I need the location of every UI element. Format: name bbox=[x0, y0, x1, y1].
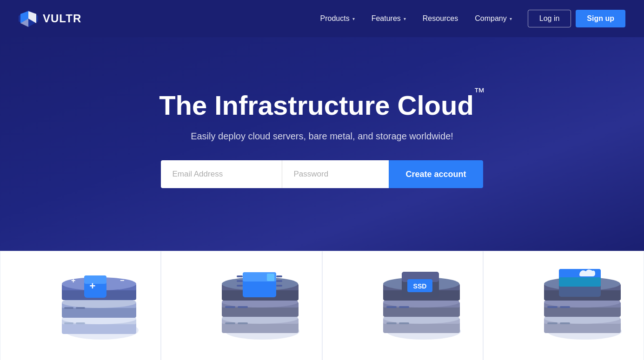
logo-text: VULTR bbox=[43, 12, 81, 25]
logo[interactable]: VULTR bbox=[19, 10, 81, 27]
cloud-compute-illustration: + − + bbox=[10, 251, 151, 353]
svg-rect-37 bbox=[276, 275, 282, 277]
nav-auth: Log in Sign up bbox=[528, 10, 625, 27]
navbar: VULTR Products ▾ Features ▾ Resources Co… bbox=[0, 0, 644, 37]
svg-text:+: + bbox=[71, 276, 75, 284]
hero-section: The Infrastructure Cloud™ Easily deploy … bbox=[0, 37, 644, 251]
hero-form: Create account bbox=[161, 160, 483, 188]
svg-rect-20 bbox=[64, 307, 73, 309]
svg-text:−: − bbox=[120, 276, 124, 284]
card-bare-metal[interactable]: Bare Metal bbox=[161, 251, 322, 360]
login-button[interactable]: Log in bbox=[528, 10, 571, 27]
svg-rect-61 bbox=[386, 306, 397, 308]
svg-rect-78 bbox=[547, 306, 558, 308]
svg-rect-44 bbox=[238, 306, 248, 308]
svg-rect-75 bbox=[559, 277, 601, 287]
password-field[interactable] bbox=[282, 160, 389, 188]
nav-links: Products ▾ Features ▾ Resources Company … bbox=[314, 11, 518, 26]
chevron-down-icon: ▾ bbox=[510, 16, 512, 21]
card-dedicated-cloud[interactable]: Dedicated Cloud bbox=[483, 251, 644, 360]
create-account-button[interactable]: Create account bbox=[389, 160, 483, 188]
vultr-logo-icon bbox=[19, 10, 38, 27]
chevron-down-icon: ▾ bbox=[352, 16, 355, 21]
svg-rect-43 bbox=[225, 306, 235, 308]
svg-text:SSD: SSD bbox=[413, 282, 426, 290]
card-cloud-compute[interactable]: + − + Cloud Compute bbox=[0, 251, 161, 360]
nav-features[interactable]: Features ▾ bbox=[365, 11, 412, 26]
svg-rect-40 bbox=[267, 274, 274, 281]
dedicated-cloud-illustration bbox=[493, 251, 634, 353]
svg-rect-60 bbox=[399, 322, 409, 324]
nav-resources[interactable]: Resources bbox=[416, 11, 465, 26]
svg-rect-42 bbox=[238, 322, 248, 324]
svg-rect-34 bbox=[237, 275, 243, 277]
signup-button[interactable]: Sign up bbox=[576, 10, 625, 27]
svg-rect-41 bbox=[225, 322, 235, 324]
svg-rect-77 bbox=[560, 322, 570, 324]
block-storage-illustration: SSD bbox=[332, 251, 473, 353]
svg-rect-36 bbox=[237, 285, 243, 287]
svg-rect-19 bbox=[76, 322, 85, 324]
cards-row: + − + Cloud Compute bbox=[0, 251, 644, 360]
email-field[interactable] bbox=[161, 160, 282, 188]
svg-rect-35 bbox=[237, 280, 243, 282]
svg-rect-39 bbox=[276, 285, 282, 287]
hero-subtitle: Easily deploy cloud servers, bare metal,… bbox=[191, 131, 453, 142]
chevron-down-icon: ▾ bbox=[404, 16, 406, 21]
svg-rect-18 bbox=[64, 322, 73, 324]
bare-metal-illustration bbox=[171, 251, 312, 353]
hero-title: The Infrastructure Cloud™ bbox=[159, 91, 485, 120]
nav-products[interactable]: Products ▾ bbox=[314, 11, 361, 26]
svg-rect-21 bbox=[76, 307, 85, 309]
svg-rect-59 bbox=[386, 322, 397, 324]
svg-rect-38 bbox=[276, 280, 282, 282]
card-block-storage[interactable]: SSD Block Storage bbox=[322, 251, 483, 360]
svg-rect-62 bbox=[399, 306, 409, 308]
nav-company[interactable]: Company ▾ bbox=[468, 11, 518, 26]
product-cards-section: + − + Cloud Compute bbox=[0, 251, 644, 360]
svg-rect-76 bbox=[547, 322, 558, 324]
svg-rect-79 bbox=[560, 306, 570, 308]
svg-text:+: + bbox=[90, 280, 96, 292]
